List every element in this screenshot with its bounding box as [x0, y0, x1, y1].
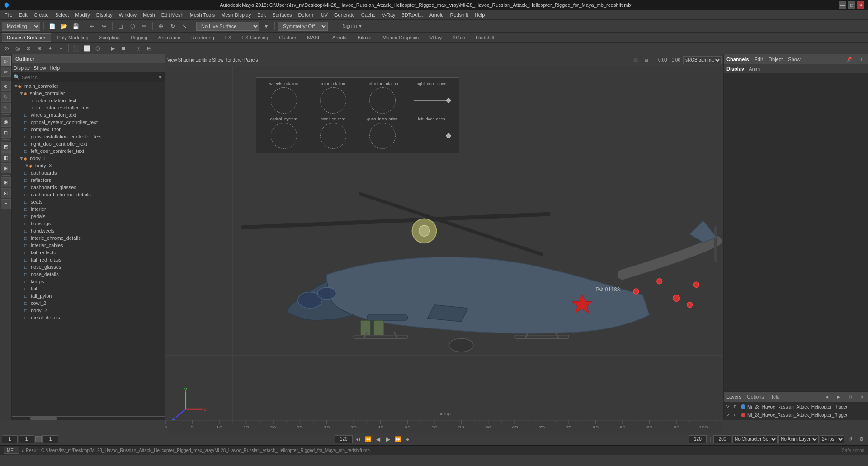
tool5[interactable]: ✦: [45, 43, 55, 53]
frame-display-input[interactable]: [42, 435, 58, 443]
menu-modify[interactable]: Modify: [72, 11, 92, 19]
tree-item-lamps[interactable]: □ lamps: [12, 278, 165, 285]
tree-item-tail-reflector[interactable]: □ tail_reflector: [12, 249, 165, 256]
tree-item-handweels[interactable]: □ handweels: [12, 227, 165, 234]
select-tool[interactable]: ▷: [1, 56, 11, 66]
menu-cache[interactable]: Cache: [359, 11, 378, 19]
tree-item-dashboard-chrome[interactable]: □ dashboard_chrome_details: [12, 191, 165, 198]
menu-select[interactable]: Select: [52, 11, 72, 19]
channels-tab-channels[interactable]: Channels: [726, 57, 749, 62]
menu-create[interactable]: Create: [31, 11, 52, 19]
tab-redshift[interactable]: Redshift: [471, 33, 499, 42]
tab-curves-surfaces[interactable]: Curves / Surfaces: [2, 33, 51, 42]
tree-item-right-door-text[interactable]: □ right_door_controller_text: [12, 140, 165, 147]
tree-item-interie-chrome[interactable]: □ interie_chrome_details: [12, 234, 165, 242]
gamma-selector[interactable]: sRGB gamma: [683, 56, 722, 64]
soft-sel-tool[interactable]: ◉: [1, 117, 11, 127]
mode-selector[interactable]: Modeling Rigging Animation FX Rendering: [2, 22, 40, 31]
tool10[interactable]: ▶: [108, 43, 118, 53]
outliner-menu-show[interactable]: Show: [33, 65, 46, 71]
symmetry-selector[interactable]: Symmetry: Off: [278, 22, 328, 31]
viewport-canvas[interactable]: РФ-91183 x y z: [165, 66, 723, 420]
save-btn[interactable]: 💾: [71, 21, 80, 31]
tab-sculpting[interactable]: Sculpting: [94, 33, 125, 42]
channels-pin-btn[interactable]: 📌: [845, 56, 853, 63]
start-frame-input[interactable]: [2, 435, 18, 443]
tab-vray[interactable]: VRay: [425, 33, 447, 42]
channels-anim-tab-anim[interactable]: Anim: [749, 66, 760, 71]
tab-animation[interactable]: Animation: [153, 33, 185, 42]
ctrl-complex-circle[interactable]: [309, 123, 357, 149]
help-tab[interactable]: Help: [769, 394, 780, 399]
tab-arnold[interactable]: Arnold: [327, 33, 352, 42]
total-frames-input[interactable]: [713, 435, 731, 443]
menu-uv[interactable]: UV: [318, 11, 330, 19]
tree-item-main-controller[interactable]: ▼ ◆ main_controller: [12, 82, 165, 90]
tree-item-dashboards[interactable]: □ dashboards: [12, 169, 165, 176]
channels-tab-edit[interactable]: Edit: [755, 57, 763, 62]
tab-xgen[interactable]: XGen: [448, 33, 470, 42]
fps-selector[interactable]: 24 fps 30 fps: [820, 435, 844, 443]
tool1[interactable]: ⊙: [2, 43, 12, 53]
channels-tab-object[interactable]: Object: [768, 57, 783, 62]
ctrl-optical-circle[interactable]: [260, 123, 307, 149]
refresh-btn[interactable]: ↺: [845, 434, 855, 444]
tool7[interactable]: ⬛: [71, 43, 81, 53]
search-input[interactable]: [22, 75, 156, 80]
tree-item-housings[interactable]: □ housings: [12, 220, 165, 227]
settings-btn[interactable]: ⚙: [856, 434, 866, 444]
tree-item-seats[interactable]: □ seats: [12, 198, 165, 205]
tree-item-complex-thor[interactable]: □ complex_thor: [12, 126, 165, 133]
tree-item-reflectors[interactable]: □ reflectors: [12, 176, 165, 184]
tool4[interactable]: ⊕: [34, 43, 44, 53]
tree-item-left-door-text[interactable]: □ left_door_controller_text: [12, 147, 165, 155]
ctrl-rotor-circle[interactable]: [309, 87, 357, 114]
layers-icon1[interactable]: ⊡: [847, 394, 854, 400]
character-selector[interactable]: No Character Set: [732, 435, 778, 443]
tool8[interactable]: ⬜: [82, 43, 92, 53]
tab-rendering[interactable]: Rendering: [186, 33, 219, 42]
menu-edit2[interactable]: Edit: [255, 11, 269, 19]
ctrl-wheels-circle[interactable]: [260, 87, 307, 114]
rotate-btn[interactable]: ↻: [168, 21, 178, 31]
rotate-tool[interactable]: ↻: [1, 92, 11, 102]
minimize-button[interactable]: —: [839, 1, 846, 9]
live-surface-selector[interactable]: No Live Surface: [196, 22, 259, 31]
menu-edit[interactable]: Edit: [16, 11, 30, 19]
menu-deform[interactable]: Deform: [296, 11, 317, 19]
tree-item-tail-red-glass[interactable]: □ tail_red_glass: [12, 256, 165, 263]
tool3[interactable]: ⊛: [24, 43, 33, 53]
outliner-menu-display[interactable]: Display: [14, 65, 30, 71]
tool9[interactable]: ⬡: [93, 43, 103, 53]
play-back-btn[interactable]: ◀: [373, 435, 382, 444]
layer-item-geome[interactable]: V P Mi_28_Havoc_Russian_Attack_Helicopte…: [725, 403, 867, 411]
tree-item-nose-details[interactable]: □ nose_details: [12, 271, 165, 278]
vp-menu-view[interactable]: View: [167, 57, 177, 62]
tab-mash[interactable]: MASH: [302, 33, 326, 42]
timeline-ruler[interactable]: 0 5 10 15 20 25 30: [165, 420, 723, 433]
ctrl-tail-rotor-circle[interactable]: [359, 87, 406, 114]
grid-tool[interactable]: ⊞: [1, 177, 11, 187]
menu-arnold[interactable]: Arnold: [427, 11, 447, 19]
menu-mesh-display[interactable]: Mesh Display: [218, 11, 254, 19]
ctrl-guns-circle[interactable]: [359, 123, 406, 149]
tree-item-metal-details[interactable]: □ metal_details: [12, 314, 165, 321]
tree-item-tail-rotor-text[interactable]: □ tail_rotor_controller_text: [12, 104, 165, 111]
menu-window[interactable]: Window: [116, 11, 139, 19]
move-btn[interactable]: ⊕: [156, 21, 166, 31]
play-fwd-btn[interactable]: ▶: [383, 435, 392, 444]
tree-item-wheels-text[interactable]: □ wheels_rotation_text: [12, 111, 165, 119]
snap-tool[interactable]: ⊟: [1, 128, 11, 138]
vp-menu-renderer[interactable]: Renderer: [224, 57, 243, 62]
menu-generate[interactable]: Generate: [331, 11, 358, 19]
tree-item-guns-text[interactable]: □ guns_installation_controller_text: [12, 133, 165, 140]
tree-item-cowl2[interactable]: □ cowl_2: [12, 300, 165, 307]
layer-tool[interactable]: ≡: [1, 199, 11, 209]
tab-rigging[interactable]: Rigging: [126, 33, 152, 42]
open-btn[interactable]: 📂: [59, 21, 69, 31]
paint-tool[interactable]: ✏: [1, 67, 11, 77]
tree-item-interier-cables[interactable]: □ interier_cables: [12, 242, 165, 249]
menu-help[interactable]: Help: [472, 11, 488, 19]
tree-item-pedals[interactable]: □ pedals: [12, 213, 165, 220]
lasso-btn[interactable]: ⬡: [127, 21, 137, 31]
